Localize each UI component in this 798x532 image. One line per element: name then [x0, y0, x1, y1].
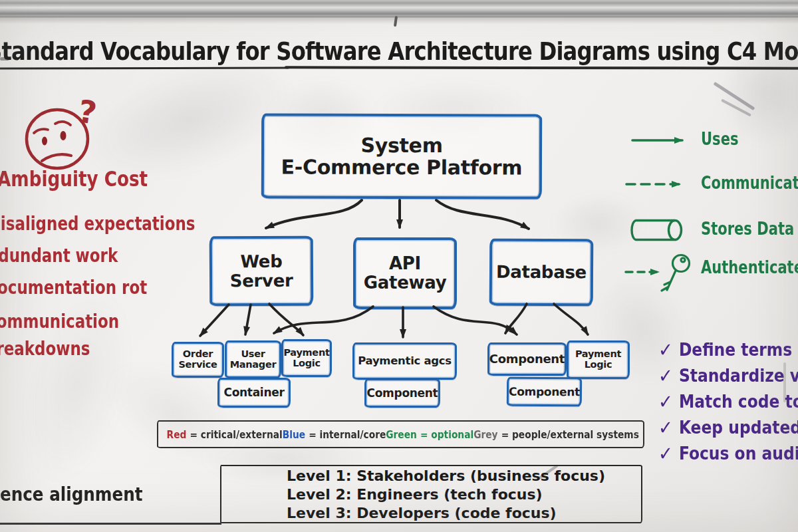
color-legend: Red= critical/external Blue= internal/co… — [157, 420, 644, 448]
stores-data-cylinder-icon — [632, 221, 682, 240]
title-underline — [285, 66, 798, 69]
payment-logic-box: Payment Logic — [281, 339, 332, 377]
ambiguity-item: Misaligned expectations — [0, 213, 196, 235]
checklist-item: ✓Match code to — [658, 388, 798, 414]
checklist-item: ✓Define terms c — [658, 336, 798, 362]
pen-streak — [721, 98, 751, 116]
checkmark-icon: ✓ — [658, 338, 673, 361]
bottom-rule — [0, 523, 221, 525]
component-box: Component — [487, 342, 567, 376]
color-legend-items: Red= critical/external Blue= internal/co… — [161, 422, 628, 447]
level-3-line: Level 3: Developers (code focus) — [287, 505, 641, 521]
ambiguity-cost-heading: Ambiguity Cost — [0, 166, 148, 192]
level-1-line: Level 1: Stakeholders (business focus) — [287, 467, 641, 484]
legend-item-grey: Grey= people/external systems — [473, 428, 639, 441]
system-box: System E-Commerce Platform — [261, 113, 542, 199]
checklist-item: ✓Standardize vi — [658, 362, 798, 388]
ambiguity-item: Communication breakdowns — [0, 309, 149, 362]
order-service-box: Order Service — [172, 342, 224, 378]
checkmark-icon: ✓ — [658, 364, 673, 387]
checkmark-icon: ✓ — [658, 442, 673, 465]
whiteboard-top-rail — [0, 0, 798, 17]
relation-label-uses: Uses — [701, 128, 738, 149]
key-icon — [662, 255, 690, 291]
system-box-title: System — [360, 134, 442, 156]
title-underline — [0, 66, 289, 69]
paymentic-agcs-box: Paymentic agcs — [352, 342, 457, 380]
ambiguity-item: Documentation rot — [0, 277, 147, 299]
relation-label-communicates: Communicates — [701, 172, 798, 193]
level-2-line: Level 2: Engineers (tech focus) — [287, 486, 641, 503]
legend-item-blue: Blue= internal/core — [283, 428, 386, 441]
checkmark-icon: ✓ — [658, 416, 673, 439]
pen-streak — [713, 82, 755, 110]
ambiguity-item: Redundant work — [0, 245, 118, 267]
web-server-box: Web Server — [209, 236, 314, 307]
board-title: Standard Vocabulary for Software Archite… — [0, 37, 798, 66]
payment-logic-box-2: Payment Logic — [567, 340, 630, 379]
component-tag-box: Component — [364, 378, 440, 408]
component-tag-box-2: Component — [507, 377, 582, 407]
database-box: Database — [489, 239, 594, 307]
tier1-arrows — [266, 200, 529, 229]
legend-item-red: Red= critical/external — [167, 428, 283, 441]
rail-shadow — [0, 17, 798, 24]
whiteboard: Standard Vocabulary for Software Archite… — [0, 0, 798, 532]
checkmark-icon: ✓ — [658, 390, 673, 413]
container-tag-box: Container — [217, 378, 291, 408]
system-box-subtitle: E-Commerce Platform — [281, 156, 523, 179]
user-manager-box: User Manager — [225, 340, 281, 378]
relation-label-stores-data: Stores Data — [701, 218, 794, 239]
checklist-item: ✓Keep updated — [658, 414, 798, 440]
bottom-left-text: ence alignment — [0, 483, 143, 505]
api-gateway-box: API Gateway — [353, 237, 457, 309]
c4-levels-box: Level 1: Stakeholders (business focus) L… — [220, 465, 642, 523]
legend-item-green: Green= optional — [386, 428, 473, 441]
checklist-item: ✓Focus on audie — [658, 440, 798, 466]
relation-label-authenticates: Authenticates — [701, 257, 798, 277]
best-practices-checklist: ✓Define terms c ✓Standardize vi ✓Match c… — [658, 336, 798, 466]
